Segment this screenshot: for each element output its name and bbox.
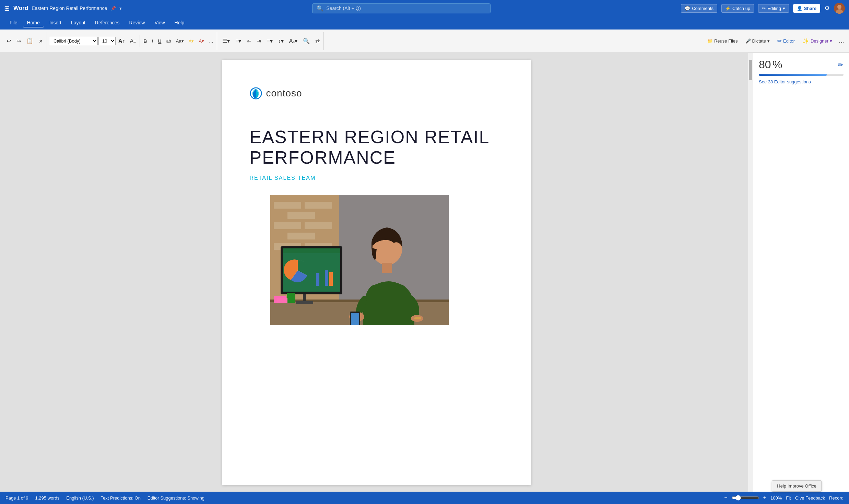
company-logo: contoso (250, 87, 504, 99)
menu-bar: File Home Insert Layout References Revie… (0, 16, 849, 30)
give-feedback-button[interactable]: Give Feedback (795, 495, 825, 501)
dictate-dropdown-icon: ▾ (767, 38, 770, 44)
record-button[interactable]: Record (829, 495, 844, 501)
scrollbar-thumb[interactable] (749, 60, 752, 80)
designer-button[interactable]: ✨ Designer ▾ (799, 36, 835, 46)
align-button[interactable]: ≡▾ (264, 36, 275, 46)
editor-panel: 80 % ✏ See 38 Editor suggestions (753, 53, 849, 492)
help-improve-text: Help Improve Office (777, 483, 816, 489)
svg-rect-7 (305, 202, 332, 209)
more-font-button[interactable]: … (207, 37, 215, 45)
doc-title: Eastern Region Retail Performance (32, 5, 107, 11)
bold-button[interactable]: B (141, 37, 149, 45)
editor-score-section: 80 % ✏ (759, 58, 844, 71)
search-input[interactable] (326, 5, 486, 11)
menu-layout[interactable]: Layout (67, 19, 90, 27)
svg-rect-27 (334, 269, 337, 286)
fit-page-button[interactable]: Fit (786, 495, 791, 501)
search-bar: 🔍 (312, 3, 491, 13)
menu-file[interactable]: File (5, 19, 22, 27)
decrease-font-button[interactable]: A↓ (128, 37, 139, 46)
editor-suggestions-link[interactable]: See 38 Editor suggestions (759, 79, 844, 84)
app-name: Word (13, 5, 28, 12)
svg-rect-32 (351, 313, 359, 325)
more-ribbon-button[interactable]: … (837, 37, 846, 46)
italic-button[interactable]: I (150, 37, 155, 45)
svg-rect-9 (274, 222, 301, 229)
settings-icon[interactable]: ⚙ (824, 4, 830, 12)
share-button[interactable]: 👤 Share (793, 4, 820, 13)
company-name: contoso (266, 88, 302, 99)
numbering-button[interactable]: ≡▾ (233, 36, 244, 46)
score-value: 80 (759, 58, 771, 71)
menu-view[interactable]: View (150, 19, 169, 27)
font-name-select[interactable]: Calibri (Body) (50, 37, 98, 45)
svg-rect-37 (277, 298, 287, 303)
clear-formatting-button[interactable]: ✕ (36, 37, 45, 45)
menu-references[interactable]: References (91, 19, 124, 27)
font-group: Calibri (Body) 10 A↑ A↓ B I U ab Aa▾ A▾ … (48, 32, 217, 50)
editing-dropdown-icon: ▾ (783, 6, 785, 11)
editor-icon: ✏ (777, 38, 782, 44)
zoom-level: 100% (770, 495, 782, 501)
redo-button[interactable]: ↪ (14, 36, 23, 46)
dictate-button[interactable]: 🎤 Dictate ▾ (742, 37, 773, 45)
styles-button[interactable]: Aₐ▾ (287, 36, 300, 46)
title-right-actions: 💬 Comments ⚡ Catch up ✏ Editing ▾ 👤 Shar… (681, 3, 845, 14)
score-percent-symbol: % (773, 58, 782, 71)
editing-button[interactable]: ✏ Editing ▾ (758, 4, 789, 13)
scrollbar[interactable] (748, 53, 753, 492)
zoom-out-button[interactable]: − (724, 495, 727, 501)
svg-rect-34 (414, 317, 421, 319)
designer-dropdown-icon: ▾ (830, 38, 832, 44)
help-improve-popup[interactable]: Help Improve Office (772, 480, 822, 492)
font-size-select[interactable]: 10 (98, 37, 116, 45)
increase-indent-button[interactable]: ⇥ (254, 36, 263, 46)
font-color-button[interactable]: A▾ (197, 37, 206, 45)
editor-suggestions-status: Editor Suggestions: Showing (148, 495, 204, 501)
comments-button[interactable]: 💬 Comments (681, 4, 717, 13)
document-area: contoso EASTERN REGION RETAIL PERFORMANC… (0, 53, 753, 492)
dropdown-arrow-icon[interactable]: ▾ (119, 6, 122, 11)
highlight-color-button[interactable]: A▾ (187, 37, 196, 45)
editor-button[interactable]: ✏ Editor (774, 36, 798, 46)
score-fill (759, 74, 827, 76)
svg-rect-36 (287, 293, 295, 303)
replace-button[interactable]: ⇄ (313, 36, 322, 46)
reuse-files-button[interactable]: 📁 Reuse Files (704, 37, 741, 45)
menu-insert[interactable]: Insert (45, 19, 66, 27)
catch-up-button[interactable]: ⚡ Catch up (721, 4, 754, 13)
svg-rect-26 (329, 272, 333, 286)
ribbon-right-tools: 📁 Reuse Files 🎤 Dictate ▾ ✏ Editor ✨ Des… (704, 36, 846, 46)
microphone-icon: 🎤 (745, 38, 751, 44)
document-image (270, 195, 449, 325)
zoom-in-button[interactable]: + (763, 495, 766, 501)
avatar[interactable] (834, 3, 845, 14)
bullets-button[interactable]: ☰▾ (220, 36, 232, 46)
zoom-slider[interactable] (732, 495, 759, 501)
undo-button[interactable]: ↩ (4, 36, 13, 46)
strikethrough-button[interactable]: ab (164, 37, 173, 45)
paste-button[interactable]: 📋 (24, 36, 36, 46)
increase-font-button[interactable]: A↑ (116, 37, 127, 46)
svg-rect-22 (311, 277, 315, 286)
menu-review[interactable]: Review (125, 19, 149, 27)
decrease-indent-button[interactable]: ⇤ (244, 36, 253, 46)
language: English (U.S.) (66, 495, 94, 501)
editor-score-display: 80 % (759, 58, 782, 71)
case-button[interactable]: Aa▾ (174, 37, 186, 45)
pin-icon[interactable]: 📌 (110, 6, 116, 11)
menu-home[interactable]: Home (23, 19, 44, 27)
svg-rect-8 (287, 212, 315, 219)
svg-point-1 (837, 5, 841, 9)
underline-button[interactable]: U (156, 37, 163, 45)
svg-rect-17 (296, 301, 313, 304)
undo-redo-group: ↩ ↪ 📋 ✕ (3, 32, 47, 50)
grid-icon[interactable]: ⊞ (4, 4, 10, 12)
status-bar-right: − + 100% Fit Give Feedback Record (724, 495, 844, 501)
line-spacing-button[interactable]: ↕▾ (276, 36, 286, 46)
svg-rect-10 (305, 222, 332, 229)
find-button[interactable]: 🔍 (300, 36, 312, 46)
menu-help[interactable]: Help (170, 19, 189, 27)
svg-rect-25 (325, 270, 328, 286)
